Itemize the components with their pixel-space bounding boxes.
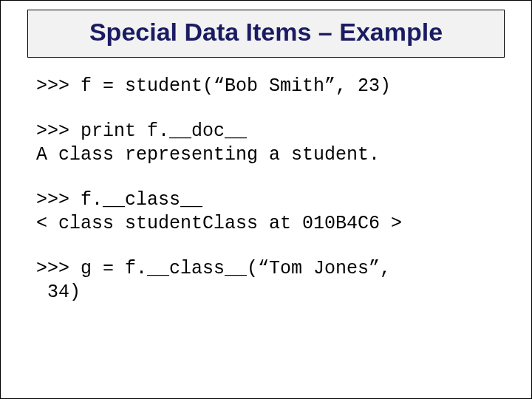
code-area: >>> f = student(“Bob Smith”, 23) >>> pri… (36, 75, 496, 326)
slide-container: Special Data Items – Example >>> f = stu… (0, 0, 532, 399)
slide-title: Special Data Items – Example (37, 18, 495, 47)
code-block-3: >>> f.__class__ < class studentClass at … (36, 188, 496, 236)
slide-title-box: Special Data Items – Example (27, 10, 505, 58)
code-block-4: >>> g = f.__class__(“Tom Jones”, 34) (36, 257, 496, 305)
code-block-2: >>> print f.__doc__ A class representing… (36, 120, 496, 168)
code-block-1: >>> f = student(“Bob Smith”, 23) (36, 75, 496, 99)
